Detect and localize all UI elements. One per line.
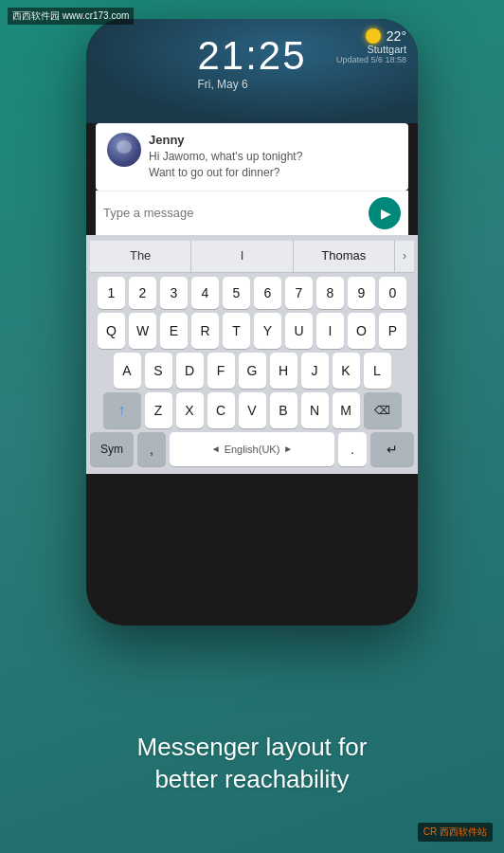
key-i[interactable]: I: [316, 313, 344, 349]
key-g[interactable]: G: [239, 353, 266, 389]
key-u[interactable]: U: [285, 313, 313, 349]
phone-screen: 21:25 Fri, May 6 22° Stuttgart Updated 5…: [86, 19, 418, 626]
period-key[interactable]: .: [338, 432, 367, 466]
clock-time: 21:25: [197, 36, 306, 76]
weather-updated: Updated 5/6 18:58: [336, 55, 406, 64]
key-j[interactable]: J: [301, 353, 329, 389]
key-m[interactable]: M: [333, 392, 360, 428]
key-e[interactable]: E: [160, 313, 188, 349]
key-3[interactable]: 3: [160, 277, 188, 309]
shift-key[interactable]: ↑: [103, 392, 141, 428]
key-a[interactable]: A: [114, 353, 141, 389]
weather-temp: 22°: [387, 28, 406, 44]
key-8[interactable]: 8: [316, 277, 344, 309]
weather-widget: 22° Stuttgart Updated 5/6 18:58: [336, 28, 406, 64]
qwerty-row: Q W E R T Y U I O P: [90, 313, 414, 349]
message-input-row: ▶: [96, 191, 408, 235]
lock-screen: 21:25 Fri, May 6 22° Stuttgart Updated 5…: [86, 19, 418, 123]
cr-logo: CR 西西软件站: [418, 823, 493, 842]
send-button[interactable]: ▶: [369, 197, 401, 229]
key-6[interactable]: 6: [254, 277, 281, 309]
bottom-row: Sym , ◄ English(UK) ► . ↵: [90, 432, 414, 466]
footer-line2: better reachability: [0, 764, 504, 796]
key-o[interactable]: O: [348, 313, 375, 349]
weather-location: Stuttgart: [336, 44, 406, 55]
enter-key[interactable]: ↵: [370, 432, 414, 466]
key-z[interactable]: Z: [145, 392, 172, 428]
keyboard: The I Thomas › 1 2 3 4 5 6 7 8 9 0 Q: [86, 235, 418, 474]
key-r[interactable]: R: [191, 313, 219, 349]
key-d[interactable]: D: [176, 353, 204, 389]
key-k[interactable]: K: [333, 353, 360, 389]
key-5[interactable]: 5: [223, 277, 250, 309]
bottom-text: Messenger layout for better reachability: [0, 732, 504, 796]
suggestion-thomas[interactable]: Thomas: [294, 240, 395, 272]
asdf-row: A S D F G H J K L: [90, 353, 414, 389]
suggestion-arrow[interactable]: ›: [395, 249, 414, 263]
key-0[interactable]: 0: [379, 277, 406, 309]
key-h[interactable]: H: [270, 353, 297, 389]
key-v[interactable]: V: [239, 392, 266, 428]
number-row: 1 2 3 4 5 6 7 8 9 0: [90, 277, 414, 309]
key-7[interactable]: 7: [285, 277, 313, 309]
key-y[interactable]: Y: [254, 313, 281, 349]
suggestions-row: The I Thomas ›: [90, 241, 414, 273]
suggestion-the[interactable]: The: [90, 240, 191, 272]
zxcv-row: ↑ Z X C V B N M ⌫: [90, 392, 414, 428]
watermark: 西西软件园 www.cr173.com: [8, 8, 134, 25]
language-label: English(UK): [225, 444, 280, 455]
key-9[interactable]: 9: [348, 277, 375, 309]
send-icon: ▶: [381, 206, 391, 221]
key-p[interactable]: P: [379, 313, 406, 349]
footer-line1: Messenger layout for: [0, 732, 504, 764]
key-w[interactable]: W: [129, 313, 156, 349]
phone-device: 21:25 Fri, May 6 22° Stuttgart Updated 5…: [86, 19, 418, 626]
key-b[interactable]: B: [270, 392, 297, 428]
clock-date: Fri, May 6: [197, 78, 306, 91]
message-input[interactable]: [103, 206, 363, 220]
sun-icon: [366, 28, 381, 44]
key-1[interactable]: 1: [98, 277, 125, 309]
key-x[interactable]: X: [176, 392, 204, 428]
time-display: 21:25 Fri, May 6: [197, 36, 306, 91]
key-4[interactable]: 4: [191, 277, 219, 309]
key-f[interactable]: F: [207, 353, 235, 389]
notification-card: Jenny Hi Jawomo, what's up tonight? Want…: [96, 123, 408, 191]
key-n[interactable]: N: [301, 392, 329, 428]
avatar: [107, 133, 141, 167]
key-2[interactable]: 2: [129, 277, 156, 309]
sym-key[interactable]: Sym: [90, 432, 134, 466]
key-s[interactable]: S: [145, 353, 172, 389]
comma-key[interactable]: ,: [137, 432, 166, 466]
notification-content: Jenny Hi Jawomo, what's up tonight? Want…: [149, 133, 397, 181]
notification-sender: Jenny: [149, 133, 397, 147]
backspace-key[interactable]: ⌫: [364, 392, 402, 428]
space-key[interactable]: ◄ English(UK) ►: [170, 432, 334, 466]
notification-message: Hi Jawomo, what's up tonight? Want to go…: [149, 149, 397, 181]
key-t[interactable]: T: [223, 313, 250, 349]
key-q[interactable]: Q: [98, 313, 125, 349]
key-c[interactable]: C: [207, 392, 235, 428]
key-l[interactable]: L: [364, 353, 391, 389]
suggestion-i[interactable]: I: [191, 240, 293, 272]
